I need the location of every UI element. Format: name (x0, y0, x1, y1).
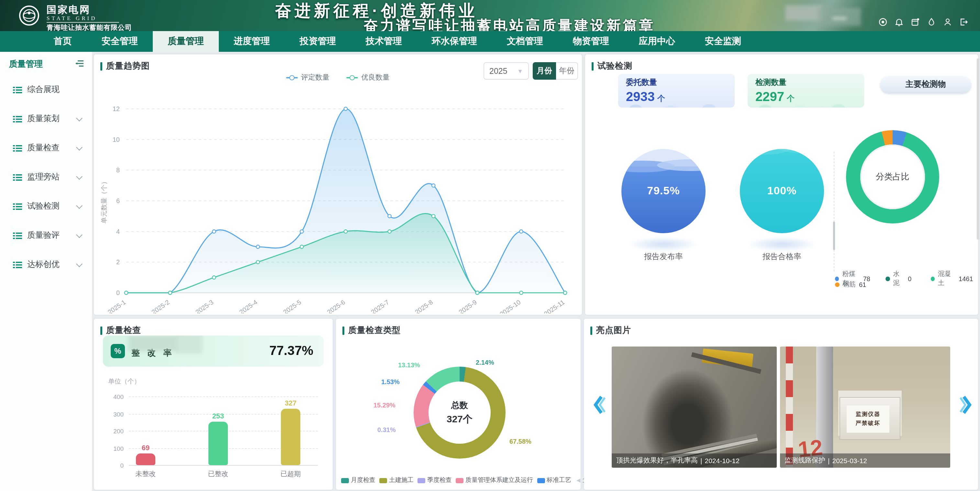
sidebar-item-quality-evaluation[interactable]: 质量验评 (0, 221, 92, 250)
photo-caption: 顶拱光爆效果好，半孔率高|2024-10-12 (612, 453, 777, 468)
percent-icon: % (111, 344, 125, 358)
svg-text:2025-3: 2025-3 (194, 298, 215, 314)
svg-text:2025-10: 2025-10 (498, 298, 522, 314)
main-detection-objects-button[interactable]: 主要检测物 (880, 76, 971, 92)
svg-text:2025-5: 2025-5 (282, 298, 302, 314)
sidebar-item-quality-inspection[interactable]: 质量检查 (0, 134, 92, 163)
rectification-rate-banner: % 整 改 率 77.37% (103, 336, 324, 367)
rate-value: 77.37% (269, 343, 313, 358)
tab-quality-mgmt[interactable]: 质量管理 (153, 31, 219, 52)
bar-已超期[interactable] (281, 409, 300, 465)
tab-safety-monitoring[interactable]: 安全监测 (690, 31, 756, 52)
tab-investment-mgmt[interactable]: 投资管理 (285, 31, 351, 52)
legend-item-pingding[interactable]: 评定数量 (286, 73, 329, 82)
legend-label[interactable]: 混凝土 (938, 269, 955, 288)
legend-prev-icon[interactable]: ◀ (576, 477, 580, 483)
bar-未整改[interactable] (136, 453, 155, 465)
legend-item[interactable]: 标准工艺 (537, 476, 571, 485)
calendar-badge-icon[interactable] (910, 17, 920, 27)
detection-count-card: 检测数量 2297个 (748, 74, 864, 108)
tab-material-mgmt[interactable]: 物资管理 (558, 31, 624, 52)
report-publish-rate-gauge: 79.5% (621, 149, 706, 233)
report-pass-rate-gauge: 100% (740, 149, 824, 233)
legend-item[interactable]: 月度检查 (341, 476, 375, 485)
bar-unit-label: 单位（个） (108, 377, 140, 386)
rectification-bar-chart[interactable]: 010020030040069未整改253已整改327已超期 (104, 386, 324, 486)
chevron-down-icon (76, 260, 83, 267)
legend-label[interactable]: 钢筋 (843, 280, 856, 289)
tab-app-center[interactable]: 应用中心 (624, 31, 690, 52)
quality-trend-panel: 质量趋势图 2025▼ 月份 年份 评定数量 优良数量 024681012202… (94, 54, 582, 315)
scrollbar-thumb[interactable] (833, 222, 835, 250)
svg-text:2025-1: 2025-1 (107, 298, 127, 314)
panel-title: 质量检查 (106, 325, 141, 336)
svg-text:2025-8: 2025-8 (414, 298, 434, 314)
chevron-down-icon (76, 231, 83, 238)
bar-已整改[interactable] (208, 422, 228, 465)
highlight-photo-monitoring[interactable]: 监测仪器 严禁破坏 12 监测线路保护|2025-03-12 (780, 346, 950, 468)
username-blur (832, 18, 847, 19)
chevron-down-icon (76, 173, 83, 179)
svg-text:2: 2 (116, 258, 120, 266)
tab-safety-mgmt[interactable]: 安全管理 (87, 31, 153, 52)
svg-text:2025-4: 2025-4 (238, 298, 259, 314)
tab-home[interactable]: 首页 (39, 31, 87, 52)
chevron-down-icon (76, 202, 83, 209)
username-blur (785, 5, 823, 21)
quality-inspection-panel: 质量检查 % 整 改 率 77.37% 单位（个） 01002003004006… (94, 319, 333, 490)
brand-cn: 国家电网 (47, 4, 91, 16)
line-symbol-icon (286, 75, 298, 80)
sidebar-item-quality-planning[interactable]: 质量策划 (0, 104, 92, 134)
header-banner: 国家电网 STATE GRID 青海哇让抽水蓄能有限公司 QINGHAI WAR… (0, 0, 980, 31)
svg-text:0: 0 (116, 289, 120, 297)
svg-text:2025-9: 2025-9 (457, 298, 478, 314)
legend-item-youliang[interactable]: 优良数量 (346, 73, 390, 82)
svg-text:2025-6: 2025-6 (326, 298, 347, 314)
sidebar-item-label: 质量策划 (27, 113, 72, 124)
gauge-reflection (628, 237, 699, 251)
sidebar-item-label: 质量验评 (27, 230, 72, 241)
logout-icon[interactable] (959, 17, 968, 27)
slice-percent-label: 13.13% (398, 362, 420, 368)
carousel-prev-button[interactable] (592, 395, 606, 414)
svg-text:2025-11: 2025-11 (543, 298, 566, 314)
sidebar-item-label: 质量检查 (27, 142, 72, 153)
title-bar-icon (342, 326, 344, 335)
bell-icon[interactable] (894, 17, 904, 27)
legend-label[interactable]: 水泥 (893, 269, 905, 288)
highlight-photos-panel: 亮点图片 顶拱光爆效果好，半孔率高|2024-10-12 监测仪器 严禁破坏 1… (584, 319, 978, 490)
list-icon (13, 86, 22, 94)
tab-technology-mgmt[interactable]: 技术管理 (351, 31, 417, 52)
sidebar-item-test-detection[interactable]: 试验检测 (0, 192, 92, 221)
title-bar-icon (592, 62, 593, 70)
legend-item[interactable]: 季度检查 (417, 476, 452, 485)
blur-patch (129, 336, 177, 351)
sidebar: 质量管理 综合展现 质量策划 质量检查 监理旁站 试验检测 (0, 52, 92, 491)
sidebar-collapse-icon[interactable] (75, 58, 84, 70)
page-scrollbar[interactable] (977, 58, 979, 240)
list-icon (13, 144, 22, 152)
tab-env-water-mgmt[interactable]: 环水保管理 (417, 31, 492, 52)
sidebar-item-supervision[interactable]: 监理旁站 (0, 163, 92, 192)
legend-dot (886, 276, 890, 281)
sidebar-item-standard-excellence[interactable]: 达标创优 (0, 250, 92, 279)
water-drop-icon[interactable] (926, 17, 936, 27)
panel-title: 质量检查类型 (348, 325, 401, 336)
chevron-down-icon (76, 144, 83, 150)
legend-item[interactable]: 质量管理体系建立及运行 (456, 476, 533, 485)
title-bar-icon (100, 62, 102, 70)
svg-text:单元数量（个）: 单元数量（个） (100, 178, 107, 223)
tab-document-mgmt[interactable]: 文档管理 (492, 31, 558, 52)
carousel-next-button[interactable] (959, 395, 974, 414)
legend-label: 优良数量 (361, 73, 390, 82)
sidebar-item-overview[interactable]: 综合展现 (0, 75, 92, 104)
legend-item[interactable]: 土建施工 (379, 476, 414, 485)
help-circle-icon[interactable] (878, 17, 888, 27)
highlight-photo-tunnel[interactable]: 顶拱光爆效果好，半孔率高|2024-10-12 (612, 346, 777, 468)
trend-line-chart[interactable]: 0246810122025-12025-22025-32025-42025-52… (98, 86, 578, 314)
chevron-down-icon (76, 115, 83, 121)
panel-title: 质量趋势图 (106, 60, 150, 72)
test-detection-panel: 试验检测 委托数量 2933个 检测数量 2297个 主要检测物 79.5% 报… (585, 54, 978, 315)
user-icon[interactable] (942, 17, 952, 27)
tab-progress-mgmt[interactable]: 进度管理 (219, 31, 285, 52)
